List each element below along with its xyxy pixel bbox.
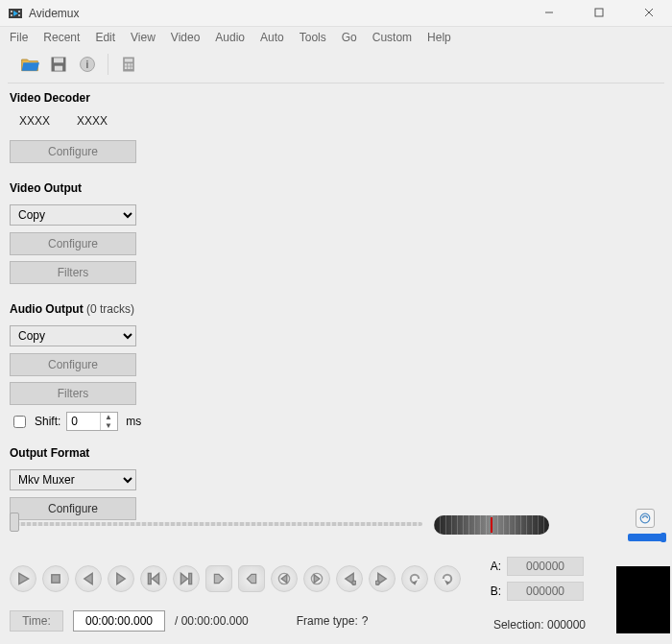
menu-custom[interactable]: Custom (372, 31, 412, 44)
time-button[interactable]: Time: (10, 610, 63, 632)
preview-pane (616, 566, 670, 633)
video-output-filters-button[interactable]: Filters (10, 261, 136, 284)
menubar: File Recent Edit View Video Audio Auto T… (0, 27, 672, 48)
timeline-slider[interactable] (10, 513, 422, 537)
jog-center-mark (491, 517, 492, 533)
video-output-select[interactable]: Copy (10, 204, 136, 226)
goto-start-button[interactable] (401, 565, 428, 592)
menu-go[interactable]: Go (342, 31, 357, 44)
video-output-title: Video Output (10, 181, 182, 195)
menu-auto[interactable]: Auto (260, 31, 284, 44)
svg-rect-9 (125, 63, 128, 66)
prev-black-button[interactable] (336, 565, 363, 592)
next-black-button[interactable] (369, 565, 396, 592)
audio-shift-spinner[interactable]: ▲▼ (66, 412, 118, 431)
marker-b-label: B: (490, 584, 507, 598)
set-marker-b-button[interactable] (238, 565, 265, 592)
svg-rect-1 (595, 9, 603, 16)
timeline-thumb[interactable] (10, 513, 19, 532)
svg-rect-13 (128, 67, 131, 70)
next-keyframe-button[interactable] (173, 565, 200, 592)
decoder-field-2: XXXX (77, 114, 108, 128)
time-input[interactable] (73, 610, 165, 632)
svg-rect-16 (52, 575, 60, 583)
svg-rect-4 (55, 66, 62, 71)
window-minimize[interactable] (534, 7, 564, 20)
audio-tracks-count: (0 tracks) (86, 302, 134, 316)
save-icon[interactable] (46, 52, 71, 77)
audio-output-section: Audio Output (0 tracks) Copy Configure F… (10, 302, 182, 431)
output-format-select[interactable]: Mkv Muxer (10, 469, 136, 490)
play-button[interactable] (10, 565, 36, 592)
output-format-title: Output Format (10, 446, 182, 460)
svg-point-21 (352, 581, 356, 584)
menu-tools[interactable]: Tools (300, 31, 326, 44)
svg-rect-8 (125, 59, 132, 61)
toolbar-separator (108, 54, 108, 75)
menu-file[interactable]: File (10, 31, 28, 44)
stop-button[interactable] (42, 565, 69, 592)
prev-keyframe-button[interactable] (140, 565, 167, 592)
marker-b-value: 000000 (507, 582, 584, 601)
video-output-section: Video Output Copy Configure Filters (10, 181, 182, 287)
audio-shift-label: Shift: (35, 415, 60, 428)
audio-output-filters-button[interactable]: Filters (10, 382, 136, 405)
video-output-configure-button[interactable]: Configure (10, 232, 136, 255)
marker-a-value: 000000 (507, 557, 584, 576)
set-marker-a-button[interactable] (205, 565, 232, 592)
svg-rect-3 (54, 58, 63, 62)
svg-rect-11 (132, 63, 133, 66)
frame-type: Frame type:? (297, 614, 369, 628)
audio-shift-checkbox[interactable] (13, 416, 26, 428)
next-cut-button[interactable] (303, 565, 330, 592)
audio-output-configure-button[interactable]: Configure (10, 353, 136, 376)
jog-dial[interactable] (434, 515, 549, 535)
prev-cut-button[interactable] (271, 565, 298, 592)
audio-shift-unit: ms (124, 415, 141, 428)
menu-view[interactable]: View (131, 31, 156, 44)
audio-shift-input[interactable] (67, 414, 100, 429)
menu-audio[interactable]: Audio (215, 31, 245, 44)
decoder-field-1: XXXX (19, 114, 50, 128)
svg-rect-18 (189, 573, 192, 584)
window-maximize[interactable] (584, 7, 614, 20)
open-icon[interactable] (17, 52, 42, 77)
spinner-down-icon[interactable]: ▼ (101, 421, 115, 430)
selection-label: Selection: 000000 (493, 618, 586, 632)
svg-rect-14 (132, 67, 133, 70)
audio-output-select[interactable]: Copy (10, 325, 136, 346)
menu-video[interactable]: Video (171, 31, 200, 44)
svg-point-15 (640, 513, 650, 523)
app-icon (8, 6, 23, 21)
titlebar: Avidemux (0, 0, 672, 27)
calculator-icon[interactable] (116, 52, 141, 77)
audio-output-title: Audio Output (0 tracks) (10, 302, 182, 316)
audio-meter-button[interactable] (636, 509, 655, 528)
svg-rect-10 (128, 63, 131, 66)
menu-recent[interactable]: Recent (43, 31, 80, 44)
app-title: Avidemux (29, 7, 79, 20)
marker-a-label: A: (490, 560, 507, 573)
menu-help[interactable]: Help (427, 31, 451, 44)
info-icon[interactable]: i (75, 52, 100, 77)
goto-end-button[interactable] (434, 565, 461, 592)
window-close[interactable] (634, 7, 664, 20)
time-total: / 00:00:00.000 (175, 614, 249, 628)
volume-slider[interactable] (628, 534, 662, 541)
toolbar: i (8, 48, 664, 83)
prev-frame-button[interactable] (75, 565, 102, 592)
svg-rect-12 (125, 67, 128, 70)
video-decoder-section: Video Decoder XXXX XXXX Configure (10, 91, 182, 166)
decoder-configure-button[interactable]: Configure (10, 140, 136, 163)
svg-rect-17 (148, 573, 151, 584)
spinner-up-icon[interactable]: ▲ (101, 413, 115, 421)
video-decoder-title: Video Decoder (10, 91, 182, 105)
next-frame-button[interactable] (108, 565, 134, 592)
svg-text:i: i (86, 60, 89, 70)
menu-edit[interactable]: Edit (95, 31, 115, 44)
svg-point-22 (375, 581, 379, 584)
